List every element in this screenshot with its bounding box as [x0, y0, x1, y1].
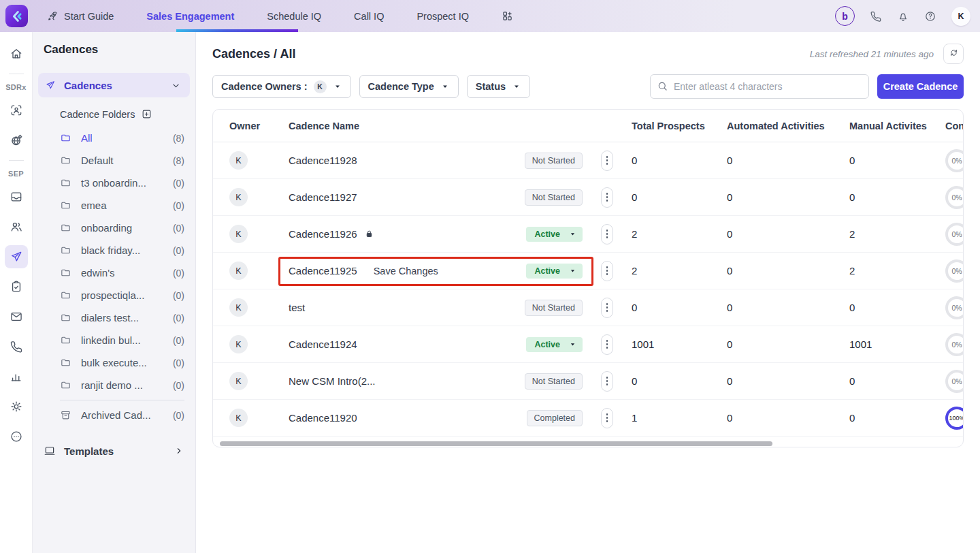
folder-name: bulk execute... — [81, 357, 147, 368]
row-menu-button[interactable] — [601, 151, 613, 171]
rail-item-more-circle[interactable] — [5, 425, 28, 448]
manual-activities-value: 2 — [849, 228, 945, 240]
scan-person-icon — [10, 104, 23, 117]
filter-cadence-owners[interactable]: Cadence Owners :K — [212, 75, 351, 98]
filter-cadence-type[interactable]: Cadence Type — [359, 75, 459, 98]
refresh-button[interactable] — [943, 44, 964, 64]
apps-launcher[interactable] — [502, 10, 513, 22]
folder-icon — [60, 267, 71, 279]
send-icon — [10, 250, 23, 264]
save-changes-label[interactable]: Save Changes — [374, 266, 438, 276]
sidebar-item-cadences[interactable]: Cadences — [38, 73, 190, 97]
tab-start-guide[interactable]: Start Guide — [47, 10, 114, 22]
folder-item-default[interactable]: Default(8) — [33, 149, 195, 172]
rail-item-home[interactable] — [5, 42, 28, 65]
row-menu-button[interactable] — [601, 298, 613, 318]
folder-item-linkedin-bul[interactable]: linkedin bul...(0) — [33, 329, 195, 351]
rail-item-users[interactable] — [5, 215, 28, 238]
filter-row: Cadence Owners :KCadence TypeStatus — [212, 75, 530, 98]
status-badge[interactable]: Active — [526, 337, 583, 352]
owner-avatar: K — [229, 298, 248, 317]
rail-item-gear[interactable] — [5, 395, 28, 418]
rail-item-scan-person[interactable] — [5, 99, 28, 122]
cadence-name-link[interactable]: Cadence11927 — [289, 191, 357, 203]
sidebar-item-templates[interactable]: Templates — [44, 440, 184, 462]
sidebar: Cadences Cadences Cadence Folders All(8)… — [33, 32, 196, 553]
user-avatar[interactable]: K — [951, 7, 970, 26]
cadence-name-link[interactable]: Cadence11924 — [289, 338, 357, 350]
automated-activities-value: 0 — [727, 412, 849, 424]
folder-item-black-friday[interactable]: black friday...(0) — [33, 239, 195, 262]
tab-schedule-iq[interactable]: Schedule IQ — [267, 11, 321, 22]
folder-item-ranjit-demo[interactable]: ranjit demo ...(0) — [33, 374, 195, 396]
cadence-name-link[interactable]: Cadence11926 — [289, 228, 357, 240]
sidebar-divider — [60, 400, 184, 400]
column-header-owner: Owner — [213, 121, 289, 131]
cadence-name-link[interactable]: Cadence11925 — [289, 265, 357, 276]
tab-call-iq[interactable]: Call IQ — [354, 11, 384, 22]
rail-item-send[interactable] — [5, 245, 28, 268]
folder-item-dialers-test[interactable]: dialers test...(0) — [33, 306, 195, 329]
row-menu-button[interactable] — [601, 408, 613, 428]
folder-item-all[interactable]: All(8) — [33, 127, 195, 149]
folder-item-edwin-s[interactable]: edwin's(0) — [33, 262, 195, 284]
cadence-name-link[interactable]: Cadence11920 — [289, 412, 357, 424]
row-menu-button[interactable] — [601, 261, 613, 281]
folder-count: (0) — [173, 335, 184, 346]
status-label: Not Started — [532, 156, 575, 165]
manual-activities-value: 1001 — [849, 338, 945, 350]
rail-item-phone[interactable] — [5, 335, 28, 358]
row-menu-button[interactable] — [601, 334, 613, 355]
folder-item-emea[interactable]: emea(0) — [33, 194, 195, 217]
filter-label: Cadence Type — [368, 81, 434, 92]
topbar-phone-button[interactable] — [870, 10, 882, 22]
create-cadence-button[interactable]: Create Cadence — [877, 74, 964, 99]
search-input[interactable] — [650, 74, 869, 99]
folder-item-prospectiqla[interactable]: prospectiqla...(0) — [33, 284, 195, 306]
folder-item-bulk-execute[interactable]: bulk execute...(0) — [33, 351, 195, 374]
status-badge[interactable]: Active — [526, 227, 583, 242]
chevron-down-icon[interactable] — [170, 80, 182, 91]
klenty-logo[interactable] — [5, 5, 28, 27]
manual-activities-value: 0 — [849, 302, 945, 313]
main-content: Cadences / All Last refreshed 21 minutes… — [196, 32, 980, 553]
status-label: Active — [534, 266, 560, 276]
folder-item-archived-cadences[interactable]: Archived Cad... (0) — [33, 404, 195, 426]
folder-name: All — [81, 132, 93, 144]
rail-item-bar-chart[interactable] — [5, 365, 28, 388]
automated-activities-value: 0 — [727, 375, 849, 387]
folder-icon — [60, 222, 71, 234]
filter-status[interactable]: Status — [467, 75, 530, 98]
folder-item-onboarding[interactable]: onboarding(0) — [33, 217, 195, 239]
last-refreshed-text: Last refreshed 21 minutes ago — [810, 49, 934, 59]
topbar-help-button[interactable] — [924, 10, 936, 22]
cadence-name-link[interactable]: New CSM Intro(2... — [289, 375, 376, 387]
add-folder-icon[interactable] — [141, 108, 152, 120]
folder-list: All(8)Default(8)t3 onboardin...(0)emea(0… — [33, 127, 195, 396]
cadence-name-link[interactable]: Cadence11928 — [289, 155, 357, 166]
rail-item-inbox[interactable] — [5, 185, 28, 208]
tab-prospect-iq[interactable]: Prospect IQ — [416, 11, 469, 22]
rail-item-globe-gear[interactable] — [5, 129, 28, 152]
owner-avatar: K — [229, 188, 248, 206]
horizontal-scrollbar[interactable] — [220, 441, 772, 446]
rail-item-mail[interactable] — [5, 305, 28, 328]
b-circle-icon[interactable]: b — [835, 6, 855, 26]
tab-label: Prospect IQ — [416, 11, 469, 22]
topbar-bell-button[interactable] — [897, 10, 909, 22]
status-badge: Not Started — [525, 373, 583, 390]
row-menu-button[interactable] — [601, 224, 613, 244]
tab-label: Sales Engagement — [146, 11, 234, 22]
row-menu-button[interactable] — [601, 187, 613, 208]
more-circle-icon — [10, 430, 23, 443]
row-menu-button[interactable] — [601, 371, 613, 392]
folder-item-t3-onboardin[interactable]: t3 onboardin...(0) — [33, 172, 195, 194]
table-row: KCadence11925Save ChangesActive2020% — [213, 253, 963, 289]
status-badge: Not Started — [525, 300, 583, 316]
status-badge[interactable]: Active — [526, 264, 583, 279]
rail-item-clipboard-check[interactable] — [5, 275, 28, 298]
manual-activities-value: 0 — [849, 412, 945, 424]
folder-count: (0) — [173, 380, 184, 391]
cadence-name-link[interactable]: test — [289, 302, 305, 313]
tab-sales-engagement[interactable]: Sales Engagement — [146, 11, 234, 22]
